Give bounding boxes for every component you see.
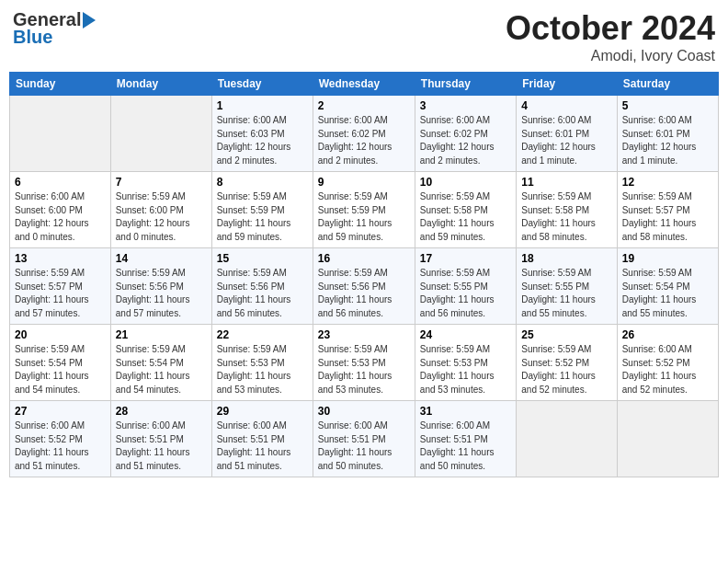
day-number: 24 <box>420 328 511 341</box>
day-number: 2 <box>318 99 410 112</box>
day-info: Sunrise: 5:59 AM Sunset: 5:58 PM Dayligh… <box>521 190 611 244</box>
day-info: Sunrise: 6:00 AM Sunset: 6:02 PM Dayligh… <box>318 114 410 167</box>
calendar-header-row: SundayMondayTuesdayWednesdayThursdayFrid… <box>10 73 719 96</box>
day-number: 6 <box>15 176 106 189</box>
calendar-week-row: 1Sunrise: 6:00 AM Sunset: 6:03 PM Daylig… <box>10 96 719 172</box>
calendar-table: SundayMondayTuesdayWednesdayThursdayFrid… <box>9 72 719 477</box>
day-info: Sunrise: 5:59 AM Sunset: 5:53 PM Dayligh… <box>420 343 511 396</box>
day-info: Sunrise: 5:59 AM Sunset: 5:55 PM Dayligh… <box>420 267 511 320</box>
day-info: Sunrise: 5:59 AM Sunset: 6:00 PM Dayligh… <box>116 190 207 244</box>
calendar-cell: 31Sunrise: 6:00 AM Sunset: 5:51 PM Dayli… <box>415 401 516 477</box>
day-info: Sunrise: 6:00 AM Sunset: 6:00 PM Dayligh… <box>15 190 106 244</box>
calendar-cell: 11Sunrise: 5:59 AM Sunset: 5:58 PM Dayli… <box>517 172 617 248</box>
calendar-cell: 15Sunrise: 5:59 AM Sunset: 5:56 PM Dayli… <box>211 248 313 325</box>
day-number: 29 <box>217 405 308 418</box>
day-info: Sunrise: 5:59 AM Sunset: 5:57 PM Dayligh… <box>15 267 106 320</box>
day-number: 26 <box>622 328 713 341</box>
day-number: 19 <box>622 252 713 265</box>
calendar-cell <box>110 96 211 172</box>
day-info: Sunrise: 6:00 AM Sunset: 6:01 PM Dayligh… <box>521 114 611 167</box>
day-info: Sunrise: 6:00 AM Sunset: 5:51 PM Dayligh… <box>116 419 207 473</box>
calendar-cell: 2Sunrise: 6:00 AM Sunset: 6:02 PM Daylig… <box>313 96 415 172</box>
day-number: 17 <box>420 252 511 265</box>
day-info: Sunrise: 5:59 AM Sunset: 5:52 PM Dayligh… <box>521 343 611 396</box>
column-header-thursday: Thursday <box>415 73 516 96</box>
day-info: Sunrise: 6:00 AM Sunset: 5:52 PM Dayligh… <box>622 343 713 396</box>
calendar-cell: 13Sunrise: 5:59 AM Sunset: 5:57 PM Dayli… <box>10 248 111 325</box>
day-info: Sunrise: 5:59 AM Sunset: 5:55 PM Dayligh… <box>521 267 611 320</box>
day-info: Sunrise: 5:59 AM Sunset: 5:59 PM Dayligh… <box>217 190 308 244</box>
day-info: Sunrise: 6:00 AM Sunset: 6:02 PM Dayligh… <box>420 114 511 167</box>
calendar-cell: 12Sunrise: 5:59 AM Sunset: 5:57 PM Dayli… <box>617 172 718 248</box>
calendar-cell: 24Sunrise: 5:59 AM Sunset: 5:53 PM Dayli… <box>415 325 516 401</box>
column-header-tuesday: Tuesday <box>211 73 313 96</box>
column-header-wednesday: Wednesday <box>313 73 415 96</box>
day-number: 1 <box>217 99 308 112</box>
day-info: Sunrise: 6:00 AM Sunset: 6:01 PM Dayligh… <box>622 114 713 167</box>
calendar-cell: 17Sunrise: 5:59 AM Sunset: 5:55 PM Dayli… <box>415 248 516 325</box>
day-number: 27 <box>15 405 106 418</box>
day-number: 9 <box>318 176 410 189</box>
column-header-friday: Friday <box>517 73 617 96</box>
day-number: 25 <box>521 328 611 341</box>
logo: General Blue <box>13 9 96 48</box>
day-number: 13 <box>15 252 106 265</box>
calendar-cell <box>10 96 111 172</box>
day-number: 21 <box>116 328 207 341</box>
day-number: 8 <box>217 176 308 189</box>
calendar-week-row: 6Sunrise: 6:00 AM Sunset: 6:00 PM Daylig… <box>10 172 719 248</box>
calendar-cell: 27Sunrise: 6:00 AM Sunset: 5:52 PM Dayli… <box>10 401 111 477</box>
calendar-cell: 5Sunrise: 6:00 AM Sunset: 6:01 PM Daylig… <box>617 96 718 172</box>
page-header: General Blue October 2024 Amodi, Ivory C… <box>9 9 719 64</box>
day-number: 3 <box>420 99 511 112</box>
location: Amodi, Ivory Coast <box>506 48 715 64</box>
day-info: Sunrise: 5:59 AM Sunset: 5:56 PM Dayligh… <box>116 267 207 320</box>
day-info: Sunrise: 5:59 AM Sunset: 5:53 PM Dayligh… <box>217 343 308 396</box>
logo-blue-text: Blue <box>13 27 52 48</box>
column-header-monday: Monday <box>110 73 211 96</box>
day-info: Sunrise: 5:59 AM Sunset: 5:54 PM Dayligh… <box>15 343 106 396</box>
day-number: 15 <box>217 252 308 265</box>
calendar-week-row: 20Sunrise: 5:59 AM Sunset: 5:54 PM Dayli… <box>10 325 719 401</box>
calendar-cell: 9Sunrise: 5:59 AM Sunset: 5:59 PM Daylig… <box>313 172 415 248</box>
calendar-cell: 20Sunrise: 5:59 AM Sunset: 5:54 PM Dayli… <box>10 325 111 401</box>
day-number: 12 <box>622 176 713 189</box>
day-number: 31 <box>420 405 511 418</box>
day-info: Sunrise: 5:59 AM Sunset: 5:56 PM Dayligh… <box>217 267 308 320</box>
day-number: 20 <box>15 328 106 341</box>
day-number: 11 <box>521 176 611 189</box>
day-number: 4 <box>521 99 611 112</box>
day-number: 23 <box>318 328 410 341</box>
logo-arrow-icon <box>83 12 96 29</box>
calendar-cell: 3Sunrise: 6:00 AM Sunset: 6:02 PM Daylig… <box>415 96 516 172</box>
calendar-cell: 14Sunrise: 5:59 AM Sunset: 5:56 PM Dayli… <box>110 248 211 325</box>
day-info: Sunrise: 5:59 AM Sunset: 5:54 PM Dayligh… <box>622 267 713 320</box>
day-info: Sunrise: 5:59 AM Sunset: 5:54 PM Dayligh… <box>116 343 207 396</box>
calendar-cell: 4Sunrise: 6:00 AM Sunset: 6:01 PM Daylig… <box>517 96 617 172</box>
calendar-cell: 22Sunrise: 5:59 AM Sunset: 5:53 PM Dayli… <box>211 325 313 401</box>
day-number: 7 <box>116 176 207 189</box>
calendar-cell: 7Sunrise: 5:59 AM Sunset: 6:00 PM Daylig… <box>110 172 211 248</box>
day-info: Sunrise: 5:59 AM Sunset: 5:59 PM Dayligh… <box>318 190 410 244</box>
calendar-cell: 10Sunrise: 5:59 AM Sunset: 5:58 PM Dayli… <box>415 172 516 248</box>
calendar-week-row: 27Sunrise: 6:00 AM Sunset: 5:52 PM Dayli… <box>10 401 719 477</box>
calendar-cell <box>617 401 718 477</box>
calendar-cell: 30Sunrise: 6:00 AM Sunset: 5:51 PM Dayli… <box>313 401 415 477</box>
day-info: Sunrise: 6:00 AM Sunset: 6:03 PM Dayligh… <box>217 114 308 167</box>
calendar-cell: 26Sunrise: 6:00 AM Sunset: 5:52 PM Dayli… <box>617 325 718 401</box>
day-number: 5 <box>622 99 713 112</box>
calendar-cell: 28Sunrise: 6:00 AM Sunset: 5:51 PM Dayli… <box>110 401 211 477</box>
day-number: 14 <box>116 252 207 265</box>
title-area: October 2024 Amodi, Ivory Coast <box>506 9 715 64</box>
day-number: 30 <box>318 405 410 418</box>
day-number: 16 <box>318 252 410 265</box>
calendar-cell: 19Sunrise: 5:59 AM Sunset: 5:54 PM Dayli… <box>617 248 718 325</box>
day-number: 10 <box>420 176 511 189</box>
calendar-cell: 8Sunrise: 5:59 AM Sunset: 5:59 PM Daylig… <box>211 172 313 248</box>
day-info: Sunrise: 6:00 AM Sunset: 5:51 PM Dayligh… <box>318 419 410 473</box>
day-info: Sunrise: 5:59 AM Sunset: 5:57 PM Dayligh… <box>622 190 713 244</box>
day-info: Sunrise: 6:00 AM Sunset: 5:51 PM Dayligh… <box>420 419 511 473</box>
column-header-saturday: Saturday <box>617 73 718 96</box>
day-info: Sunrise: 5:59 AM Sunset: 5:58 PM Dayligh… <box>420 190 511 244</box>
calendar-cell: 1Sunrise: 6:00 AM Sunset: 6:03 PM Daylig… <box>211 96 313 172</box>
